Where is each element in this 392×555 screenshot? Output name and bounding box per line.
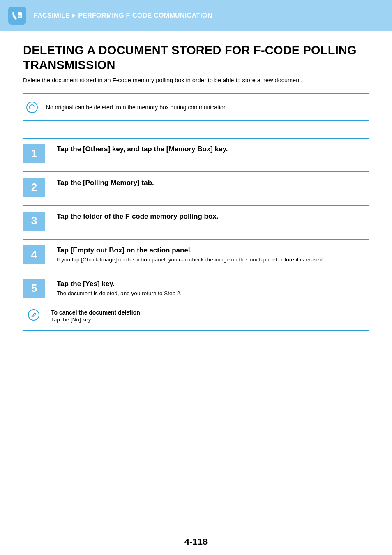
step-title: Tap the [Yes] key. xyxy=(57,280,369,288)
page-content: DELETING A DOCUMENT STORED FOR F-CODE PO… xyxy=(0,31,392,347)
breadcrumb: FACSIMILE►PERFORMING F-CODE COMMUNICATIO… xyxy=(34,12,212,19)
step-body: Tap the [Others] key, and tap the [Memor… xyxy=(57,144,369,155)
step-5-wrap: 5 Tap the [Yes] key. The document is del… xyxy=(23,273,369,331)
page-number: 4-118 xyxy=(0,536,392,555)
fax-phone-icon xyxy=(8,7,26,25)
page-title: DELETING A DOCUMENT STORED FOR F-CODE PO… xyxy=(23,43,369,73)
step-4: 4 Tap [Empty out Box] on the action pane… xyxy=(23,239,369,273)
step-title: Tap the [Others] key, and tap the [Memor… xyxy=(57,145,369,153)
step-number: 3 xyxy=(23,212,45,231)
cancel-text: Tap the [No] key. xyxy=(51,317,369,323)
step-title: Tap the [Polling Memory] tab. xyxy=(57,179,369,187)
breadcrumb-subsection: PERFORMING F-CODE COMMUNICATION xyxy=(78,12,212,19)
step-body: Tap the [Yes] key. The document is delet… xyxy=(57,279,369,298)
step-number: 5 xyxy=(23,279,45,298)
step-number: 1 xyxy=(23,144,45,163)
note-text: No original can be deleted from the memo… xyxy=(46,104,228,111)
step-5: 5 Tap the [Yes] key. The document is del… xyxy=(23,273,369,301)
cancel-title: To cancel the document deletion: xyxy=(51,309,369,316)
header-band: FACSIMILE►PERFORMING F-CODE COMMUNICATIO… xyxy=(0,0,392,31)
step-body: Tap [Empty out Box] on the action panel.… xyxy=(57,245,369,264)
step-body: Tap the folder of the F-code memory poll… xyxy=(57,212,369,222)
cancel-body: To cancel the document deletion: Tap the… xyxy=(51,309,369,323)
step-number: 2 xyxy=(23,178,45,197)
svg-rect-2 xyxy=(18,15,21,15)
breadcrumb-arrow-icon: ► xyxy=(70,12,78,19)
cancel-note: To cancel the document deletion: Tap the… xyxy=(23,309,369,323)
step-title: Tap the folder of the F-code memory poll… xyxy=(57,213,369,221)
dashed-separator xyxy=(23,304,369,304)
breadcrumb-section: FACSIMILE xyxy=(34,12,70,19)
prohibit-icon xyxy=(26,102,38,113)
step-body: Tap the [Polling Memory] tab. xyxy=(57,178,369,189)
note-block: No original can be deleted from the memo… xyxy=(23,93,369,121)
pencil-icon xyxy=(28,309,39,321)
step-1: 1 Tap the [Others] key, and tap the [Mem… xyxy=(23,138,369,171)
step-title: Tap [Empty out Box] on the action panel. xyxy=(57,246,369,254)
intro-text: Delete the document stored in an F-code … xyxy=(23,77,369,83)
svg-rect-1 xyxy=(18,14,21,14)
step-3: 3 Tap the folder of the F-code memory po… xyxy=(23,205,369,239)
step-description: If you tap [Check Image] on the action p… xyxy=(57,256,369,264)
svg-rect-3 xyxy=(18,16,21,16)
step-description: The document is deleted, and you return … xyxy=(57,290,369,298)
step-2: 2 Tap the [Polling Memory] tab. xyxy=(23,171,369,205)
step-number: 4 xyxy=(23,245,45,264)
